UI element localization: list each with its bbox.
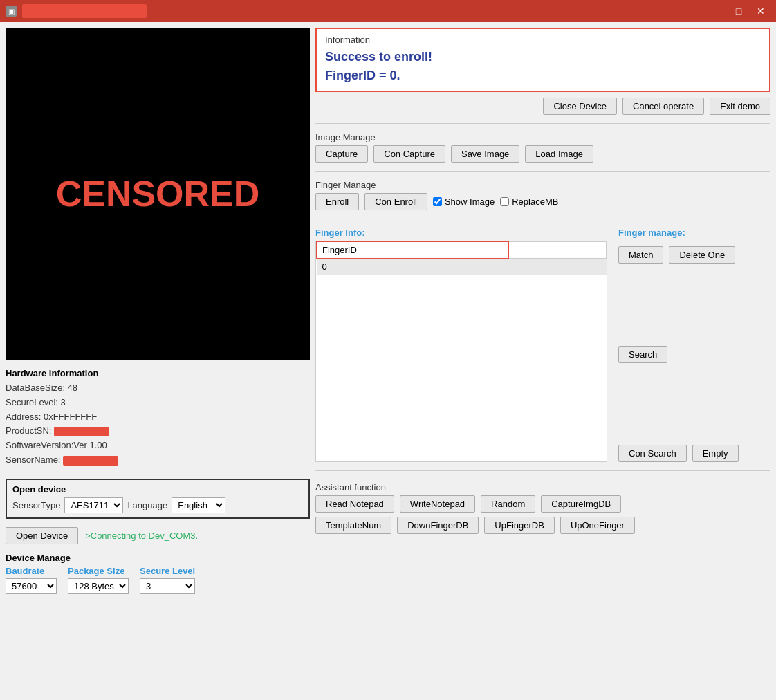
censored-label: CENSORED <box>56 173 260 214</box>
info-line2: FingerID = 0. <box>325 66 761 85</box>
open-device-button[interactable]: Open Device <box>6 527 78 544</box>
baudrate-label: Baudrate <box>6 566 57 576</box>
read-notepad-button[interactable]: Read Notepad <box>315 495 394 513</box>
finger-info-label: Finger Info: <box>315 228 607 238</box>
minimize-button[interactable]: — <box>707 4 726 18</box>
load-image-button[interactable]: Load Image <box>525 145 593 163</box>
sensor-name-redacted <box>63 456 118 466</box>
assist-row2: TemplateNum DownFingerDB UpFingerDB UpOn… <box>315 517 770 534</box>
hw-database-size: DataBaseSize: 48 <box>6 381 310 396</box>
finger-table: FingerID 0 <box>315 241 607 462</box>
template-num-button[interactable]: TemplateNum <box>315 517 391 534</box>
package-size-col: Package Size 32 Bytes 64 Bytes 128 Bytes… <box>68 566 129 594</box>
assistant-function-label: Assistant function <box>315 482 770 492</box>
hw-address: Address: 0xFFFFFFFF <box>6 410 310 425</box>
product-sn-redacted <box>54 427 109 436</box>
finger-manage-right-label: Finger manage: <box>618 228 770 238</box>
secure-level-select[interactable]: 1 2 3 4 5 <box>140 578 195 594</box>
info-box-content: Success to enroll! FingerID = 0. <box>325 48 761 85</box>
show-image-label: Show Image <box>445 196 495 207</box>
write-notepad-button[interactable]: WriteNotepad <box>400 495 475 513</box>
info-box-title: Information <box>325 35 761 45</box>
title-bar-controls: — □ ✕ <box>707 4 770 18</box>
finger-manage-buttons: Enroll Con Enroll Show Image ReplaceMB <box>315 193 770 210</box>
table-row: 0 <box>317 259 607 275</box>
fingerprint-image-area: CENSORED <box>6 28 310 360</box>
search-button[interactable]: Search <box>618 346 667 363</box>
finger-manage-right: Finger manage: Match Delete One Search C… <box>618 228 770 462</box>
cancel-operate-button[interactable]: Cancel operate <box>622 98 704 115</box>
up-one-finger-button[interactable]: UpOneFinger <box>560 517 635 534</box>
close-button[interactable]: ✕ <box>751 4 770 18</box>
hw-product-sn: ProductSN: <box>6 424 310 439</box>
assist-row1: Read Notepad WriteNotepad Random Capture… <box>315 495 770 513</box>
show-image-checkbox[interactable] <box>433 197 442 206</box>
baudrate-select[interactable]: 9600 19200 38400 57600 115200 <box>6 578 57 594</box>
device-manage-section: Device Manage Baudrate 9600 19200 38400 … <box>6 553 310 594</box>
image-manage-buttons: Capture Con Capture Save Image Load Imag… <box>315 145 770 163</box>
down-finger-db-button[interactable]: DownFingerDB <box>397 517 479 534</box>
separator1 <box>315 123 770 124</box>
separator2 <box>315 171 770 172</box>
maximize-button[interactable]: □ <box>729 4 748 18</box>
match-delete-row: Match Delete One <box>618 246 770 264</box>
finger-info-section: Finger Info: FingerID 0 <box>315 228 607 462</box>
replace-mb-checkbox-label[interactable]: ReplaceMB <box>500 196 558 207</box>
connecting-text: >Connecting to Dev_COM3. <box>85 531 198 541</box>
hw-software-version: SoftwareVersion:Ver 1.00 <box>6 439 310 453</box>
exit-demo-button[interactable]: Exit demo <box>710 98 770 115</box>
con-search-empty-row: Con Search Empty <box>618 445 770 462</box>
app-icon: ▣ <box>6 6 17 17</box>
sensor-type-select[interactable]: AES1711 AES2511 AES3500 <box>64 497 123 513</box>
top-actions: Close Device Cancel operate Exit demo <box>315 98 770 115</box>
package-size-label: Package Size <box>68 566 129 576</box>
sensor-type-label: SensorType <box>12 500 60 510</box>
separator4 <box>315 470 770 471</box>
enroll-button[interactable]: Enroll <box>315 193 359 210</box>
right-panel: Information Success to enroll! FingerID … <box>315 28 770 694</box>
con-enroll-button[interactable]: Con Enroll <box>364 193 427 210</box>
device-manage-title: Device Manage <box>6 553 310 563</box>
device-manage-row: Baudrate 9600 19200 38400 57600 115200 P… <box>6 566 310 594</box>
replace-mb-label: ReplaceMB <box>512 196 558 207</box>
main-container: CENSORED Hardware information DataBaseSi… <box>0 22 776 700</box>
baudrate-col: Baudrate 9600 19200 38400 57600 115200 <box>6 566 57 594</box>
capture-button[interactable]: Capture <box>315 145 368 163</box>
image-manage-label: Image Manage <box>315 132 770 142</box>
show-image-checkbox-label[interactable]: Show Image <box>433 196 495 207</box>
up-finger-db-button[interactable]: UpFingerDB <box>484 517 555 534</box>
finger-manage-section: Finger Manage Enroll Con Enroll Show Ima… <box>315 180 770 210</box>
empty-button[interactable]: Empty <box>692 445 739 462</box>
save-image-button[interactable]: Save Image <box>451 145 519 163</box>
open-device-title: Open device <box>12 484 303 495</box>
delete-one-button[interactable]: Delete One <box>669 246 735 264</box>
col2-header <box>508 242 557 259</box>
title-bar: ▣ — □ ✕ <box>0 0 776 22</box>
secure-level-col: Secure Level 1 2 3 4 5 <box>140 566 195 594</box>
package-size-select[interactable]: 32 Bytes 64 Bytes 128 Bytes 256 Bytes <box>68 578 129 594</box>
left-panel: CENSORED Hardware information DataBaseSi… <box>6 28 310 694</box>
replace-mb-checkbox[interactable] <box>500 197 509 206</box>
assistant-function-section: Assistant function Read Notepad WriteNot… <box>315 482 770 538</box>
title-bar-redacted <box>22 4 147 18</box>
hw-info-title: Hardware information <box>6 368 310 378</box>
finger-manage-label: Finger Manage <box>315 180 770 190</box>
con-search-button[interactable]: Con Search <box>618 445 687 462</box>
information-box: Information Success to enroll! FingerID … <box>315 28 770 92</box>
con-capture-button[interactable]: Con Capture <box>373 145 445 163</box>
finger-id-header: FingerID <box>317 242 509 259</box>
spacer1 <box>618 269 770 340</box>
language-label: Language <box>127 500 167 510</box>
close-device-button[interactable]: Close Device <box>543 98 617 115</box>
title-bar-left: ▣ <box>6 4 147 18</box>
search-row: Search <box>618 346 770 363</box>
hardware-info-section: Hardware information DataBaseSize: 48 Se… <box>6 365 310 470</box>
spacer2 <box>618 369 770 440</box>
finger-area: Finger Info: FingerID 0 <box>315 228 770 462</box>
random-button[interactable]: Random <box>481 495 535 513</box>
info-line1: Success to enroll! <box>325 48 761 66</box>
hw-sensor-name: SensorName: <box>6 453 310 468</box>
capture-img-db-button[interactable]: CaptureImgDB <box>541 495 621 513</box>
language-select[interactable]: English Chinese <box>172 497 225 513</box>
match-button[interactable]: Match <box>618 246 663 264</box>
